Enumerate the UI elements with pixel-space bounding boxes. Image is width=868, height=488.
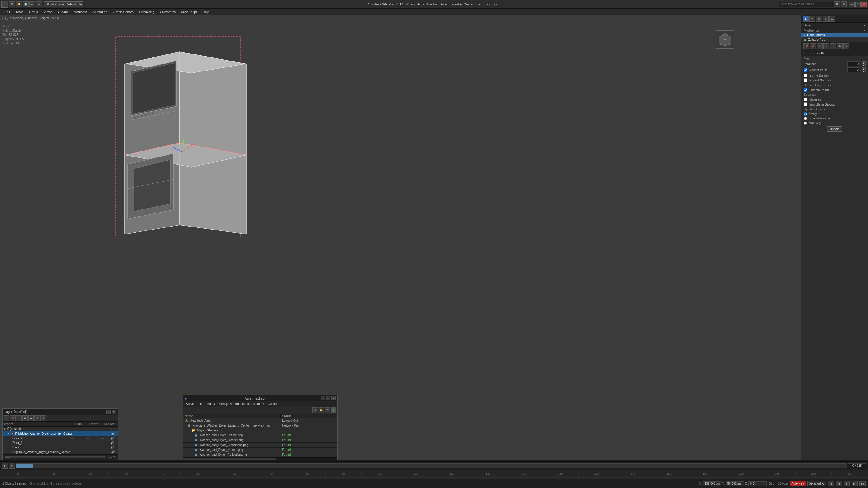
layer-0-hide[interactable]: — xyxy=(65,427,80,430)
goto-start-button[interactable]: |◀ xyxy=(828,481,834,486)
asset-minimize-button[interactable]: — xyxy=(321,396,325,400)
layer-settings-button[interactable]: ⚙ xyxy=(34,415,40,421)
search-input[interactable] xyxy=(779,2,834,7)
menu-maxscript[interactable]: MAXScript xyxy=(179,9,199,14)
layer-0-check[interactable]: ✓ xyxy=(111,427,117,430)
asset-row-file[interactable]: ▣ Frigidaire_Washer_Dryer_Laundry_Center… xyxy=(183,423,337,428)
always-radio[interactable] xyxy=(804,112,807,116)
make-unique-button[interactable]: ⊕ xyxy=(837,43,843,49)
menu-graph-editors[interactable]: Graph Editors xyxy=(111,9,136,14)
update-button[interactable]: Update xyxy=(827,127,842,132)
menu-views[interactable]: Views xyxy=(41,9,55,14)
asset-menu-file[interactable]: File xyxy=(197,402,205,406)
up-button[interactable]: ↑ xyxy=(823,43,829,49)
settings-icon[interactable]: ⚙ xyxy=(841,1,847,7)
goto-end-button[interactable]: ▶| xyxy=(860,481,866,486)
layer-row-3[interactable]: Door_1 — — — 🔊 xyxy=(3,441,118,445)
selected-dropdown[interactable]: Selected xyxy=(807,481,826,486)
layer-3-render[interactable]: — xyxy=(95,441,111,445)
layer-1-hide[interactable]: — xyxy=(72,432,86,435)
asset-row-maps[interactable]: 📁 Maps / Shaders xyxy=(183,428,337,433)
smooth-result-check[interactable] xyxy=(804,88,807,92)
asset-menu-bitmap[interactable]: Bitmap Performance and Memory xyxy=(217,402,265,406)
asset-row-reflection[interactable]: ◼ Washer_and_Dryer_Reflection.png Found xyxy=(183,452,337,457)
layer-5-render[interactable]: — xyxy=(97,450,111,454)
rp-icon-5[interactable]: ☰ xyxy=(829,16,835,22)
layer-help-button[interactable]: ? xyxy=(106,410,111,414)
timeline-play-button[interactable]: ▶ xyxy=(2,463,8,468)
layer-2-freeze[interactable]: — xyxy=(80,436,95,440)
layer-row-4[interactable]: Base — — — 🔊 xyxy=(3,445,118,450)
layer-filter-button[interactable]: ≡ xyxy=(40,415,46,421)
layer-new-button[interactable]: 🗋 xyxy=(4,415,9,421)
asset-scrollbar-thumb-h[interactable] xyxy=(183,458,276,460)
asset-close-button[interactable]: ✕ xyxy=(331,396,336,400)
undo-icon[interactable]: ↩ xyxy=(29,1,35,7)
play-button[interactable]: ▶ xyxy=(844,481,850,486)
modifier-editable-poly[interactable]: ▣ Editable Poly xyxy=(801,37,868,42)
iterations-down[interactable]: ▼ xyxy=(862,64,866,66)
layer-3-hide[interactable]: — xyxy=(65,441,80,445)
iterations-up[interactable]: ▲ xyxy=(862,61,866,64)
menu-help[interactable]: Help xyxy=(200,9,212,14)
layer-close-button[interactable]: ✕ xyxy=(112,410,116,414)
materials-check[interactable] xyxy=(804,98,807,101)
menu-modifiers[interactable]: Modifiers xyxy=(71,9,89,14)
add-modifier-button[interactable]: + xyxy=(816,43,823,49)
asset-scrollbar-h[interactable] xyxy=(183,457,337,460)
layer-1-freeze[interactable]: — xyxy=(86,432,99,435)
minimize-button[interactable]: — xyxy=(849,2,855,7)
asset-restore-button[interactable]: □ xyxy=(326,396,331,400)
maximize-button[interactable]: □ xyxy=(855,2,861,7)
when-rendering-radio[interactable] xyxy=(804,117,807,120)
down-button[interactable]: ↓ xyxy=(830,43,836,49)
layer-add-button[interactable]: + xyxy=(16,415,22,421)
menu-tools[interactable]: Tools xyxy=(13,9,26,14)
layer-5-freeze[interactable]: — xyxy=(84,450,97,454)
menu-edit[interactable]: Edit xyxy=(2,9,12,14)
rp-icon-1[interactable]: ◆ xyxy=(803,16,809,22)
layer-4-hide[interactable]: — xyxy=(65,446,80,449)
menu-customize[interactable]: Customize xyxy=(158,9,178,14)
asset-menu-options[interactable]: Options xyxy=(267,402,279,406)
explicit-normals-check[interactable] xyxy=(804,78,807,82)
prev-frame-button[interactable]: ◀ xyxy=(836,481,842,486)
riters-down[interactable]: ▼ xyxy=(862,70,866,72)
rp-icon-4[interactable]: ◈ xyxy=(823,16,829,22)
layer-3-freeze[interactable]: — xyxy=(80,441,95,445)
layer-row-0[interactable]: ▶ 0 (default) — — — ✓ xyxy=(3,427,118,431)
asset-grid-button[interactable]: ⊞ xyxy=(331,408,336,413)
asset-row-diffuse[interactable]: ◼ Washer_and_Dryer_Diffuse.png Found xyxy=(183,433,337,438)
manually-radio[interactable] xyxy=(804,122,807,125)
nav-cube[interactable]: TOP xyxy=(716,30,734,48)
rp-icon-2[interactable]: ✎ xyxy=(809,16,815,22)
menu-rendering[interactable]: Rendering xyxy=(136,9,157,14)
collapse-button[interactable]: ▼ xyxy=(843,43,849,49)
render-iters-input[interactable] xyxy=(847,67,860,72)
asset-menu-server[interactable]: Server xyxy=(185,402,196,406)
asset-reload-button[interactable]: ↺ xyxy=(312,408,318,413)
search-icon[interactable]: 🔍 xyxy=(834,1,840,7)
delete-modifier-button[interactable]: ✕ xyxy=(810,43,816,49)
redo-icon[interactable]: ↪ xyxy=(36,1,42,7)
new-icon[interactable]: 🗋 xyxy=(9,1,15,7)
riters-up[interactable]: ▲ xyxy=(862,67,866,70)
pin-button[interactable]: 📌 xyxy=(803,43,809,49)
layer-1-render[interactable]: — xyxy=(98,432,111,435)
timeline-stop-button[interactable]: ■ xyxy=(9,463,15,468)
autokey-button[interactable]: Auto Key xyxy=(789,481,806,486)
menu-group[interactable]: Group xyxy=(27,9,41,14)
smoothing-groups-check[interactable] xyxy=(804,102,807,106)
isoline-check[interactable] xyxy=(804,73,807,77)
layer-2-render[interactable]: — xyxy=(95,436,111,440)
close-button[interactable]: ✕ xyxy=(861,2,867,7)
time-slider[interactable] xyxy=(16,463,847,468)
layer-delete-button[interactable]: ✕ xyxy=(10,415,16,421)
menu-animation[interactable]: Animation xyxy=(90,9,110,14)
layer-row-2[interactable]: Door_2 — — — 🔊 xyxy=(3,436,118,441)
layer-select-button[interactable]: ▣ xyxy=(22,415,28,421)
save-icon[interactable]: 💾 xyxy=(23,1,29,7)
render-iters-check[interactable] xyxy=(804,68,807,72)
layer-4-freeze[interactable]: — xyxy=(80,446,95,449)
layer-1-check[interactable]: ▣ xyxy=(111,432,117,435)
